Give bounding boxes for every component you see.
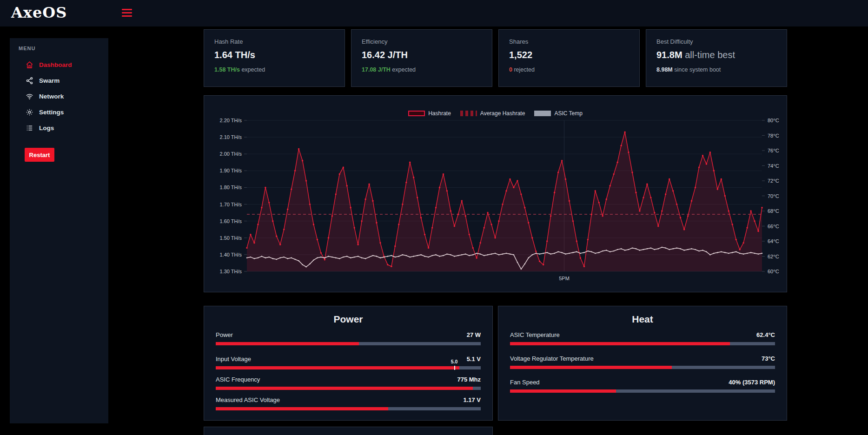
nominal-voltage-label: 5.0 bbox=[451, 359, 458, 364]
asic-frequency-progress-bar bbox=[216, 387, 481, 390]
stat-cards-row: Hash Rate 1.64 TH/s 1.58 TH/s expected E… bbox=[204, 29, 787, 87]
sidebar-item-label: Settings bbox=[39, 109, 64, 116]
card-subtext: 17.08 J/TH expected bbox=[362, 66, 482, 73]
share-icon bbox=[26, 77, 33, 85]
card-label: Hash Rate bbox=[214, 38, 334, 45]
svg-text:5PM: 5PM bbox=[559, 276, 570, 281]
svg-text:1.80 TH/s: 1.80 TH/s bbox=[220, 185, 242, 190]
sidebar-item-label: Dashboard bbox=[39, 61, 72, 68]
sidebar-item-label: Network bbox=[39, 93, 64, 100]
sidebar-item-label: Swarm bbox=[39, 77, 60, 84]
svg-text:1.30 TH/s: 1.30 TH/s bbox=[220, 269, 242, 274]
svg-text:78°C: 78°C bbox=[768, 133, 779, 138]
svg-text:80°C: 80°C bbox=[768, 118, 779, 123]
svg-text:2.00 TH/s: 2.00 TH/s bbox=[220, 151, 242, 157]
svg-text:60°C: 60°C bbox=[768, 269, 779, 274]
svg-text:74°C: 74°C bbox=[768, 163, 779, 169]
input-voltage-row: Input Voltage5.1 V 5.0 bbox=[216, 356, 481, 369]
asic-temperature-row: ASIC Temperature62.4°C bbox=[510, 331, 775, 345]
heat-panel-title: Heat bbox=[510, 314, 775, 325]
sidebar: MENU Dashboard Swarm Network Settings bbox=[10, 38, 108, 423]
svg-text:76°C: 76°C bbox=[768, 148, 779, 153]
card-value: 1.64 TH/s bbox=[214, 50, 334, 60]
measured-asic-voltage-row: Measured ASIC Voltage1.17 V bbox=[216, 396, 481, 410]
card-label: Efficiency bbox=[362, 38, 482, 45]
measured-asic-voltage-progress-bar bbox=[216, 407, 481, 410]
shares-card: Shares 1,522 0 rejected bbox=[498, 29, 640, 87]
sidebar-item-swarm[interactable]: Swarm bbox=[10, 72, 108, 88]
svg-text:72°C: 72°C bbox=[768, 178, 779, 184]
sidebar-section-label: MENU bbox=[19, 46, 108, 51]
svg-text:1.40 TH/s: 1.40 TH/s bbox=[220, 252, 242, 257]
hash-rate-card: Hash Rate 1.64 TH/s 1.58 TH/s expected bbox=[204, 29, 345, 87]
axeos-logo: AxeOS bbox=[11, 4, 67, 21]
power-panel: Power Power27 W Input Voltage5.1 V 5.0 A… bbox=[204, 306, 493, 421]
voltage-regulator-temperature-row: Voltage Regulator Temperature73°C bbox=[510, 355, 775, 369]
svg-text:2.10 TH/s: 2.10 TH/s bbox=[220, 134, 242, 140]
card-value: 91.8M all-time best bbox=[656, 50, 776, 60]
card-subtext: 8.98M since system boot bbox=[656, 66, 776, 73]
card-label: Best Difficulty bbox=[656, 38, 776, 45]
card-value: 1,522 bbox=[509, 50, 629, 60]
sidebar-item-label: Logs bbox=[39, 125, 54, 132]
sidebar-item-network[interactable]: Network bbox=[10, 88, 108, 104]
svg-text:70°C: 70°C bbox=[768, 193, 779, 199]
hashrate-chart-panel: Hashrate Average Hashrate ASIC Temp 2.20… bbox=[204, 95, 787, 292]
sidebar-item-logs[interactable]: Logs bbox=[10, 120, 108, 136]
best-difficulty-card: Best Difficulty 91.8M all-time best 8.98… bbox=[646, 29, 787, 87]
hashrate-temp-chart: 2.20 TH/s2.10 TH/s2.00 TH/s1.90 TH/s1.80… bbox=[204, 96, 787, 292]
card-subtext: 1.58 TH/s expected bbox=[214, 66, 334, 73]
top-bar: AxeOS bbox=[0, 0, 868, 26]
heat-panel: Heat ASIC Temperature62.4°C Voltage Regu… bbox=[498, 306, 787, 421]
power-panel-title: Power bbox=[216, 314, 481, 325]
input-voltage-progress-bar: 5.0 bbox=[216, 366, 481, 369]
restart-button[interactable]: Restart bbox=[25, 148, 54, 162]
power-progress-bar bbox=[216, 342, 481, 345]
asic-frequency-row: ASIC Frequency775 Mhz bbox=[216, 376, 481, 390]
efficiency-card: Efficiency 16.42 J/TH 17.08 J/TH expecte… bbox=[351, 29, 492, 87]
wifi-icon bbox=[26, 92, 33, 100]
svg-text:1.50 TH/s: 1.50 TH/s bbox=[220, 235, 242, 241]
svg-text:1.90 TH/s: 1.90 TH/s bbox=[220, 168, 242, 173]
svg-text:2.20 TH/s: 2.20 TH/s bbox=[220, 118, 242, 123]
gear-icon bbox=[26, 108, 33, 116]
svg-text:64°C: 64°C bbox=[768, 238, 779, 244]
svg-text:68°C: 68°C bbox=[768, 208, 779, 214]
next-panel-partial bbox=[204, 427, 493, 435]
card-value: 16.42 J/TH bbox=[362, 50, 482, 60]
voltage-regulator-progress-bar bbox=[510, 366, 775, 369]
fan-speed-row: Fan Speed40% (3573 RPM) bbox=[510, 379, 775, 393]
sidebar-item-settings[interactable]: Settings bbox=[10, 104, 108, 120]
sidebar-nav: Dashboard Swarm Network Settings Logs bbox=[10, 57, 108, 136]
card-label: Shares bbox=[509, 38, 629, 45]
fan-speed-progress-bar bbox=[510, 389, 775, 393]
svg-text:1.60 TH/s: 1.60 TH/s bbox=[220, 218, 242, 224]
svg-text:1.70 TH/s: 1.70 TH/s bbox=[220, 202, 242, 207]
power-row: Power27 W bbox=[216, 331, 481, 345]
card-subtext: 0 rejected bbox=[509, 66, 629, 73]
nominal-voltage-marker bbox=[454, 366, 455, 370]
hamburger-menu-icon[interactable] bbox=[122, 9, 132, 17]
asic-temperature-progress-bar bbox=[510, 342, 775, 345]
list-icon bbox=[26, 124, 33, 132]
home-icon bbox=[26, 61, 33, 69]
svg-text:66°C: 66°C bbox=[768, 224, 779, 229]
svg-text:62°C: 62°C bbox=[768, 254, 779, 259]
sidebar-item-dashboard[interactable]: Dashboard bbox=[10, 57, 108, 72]
